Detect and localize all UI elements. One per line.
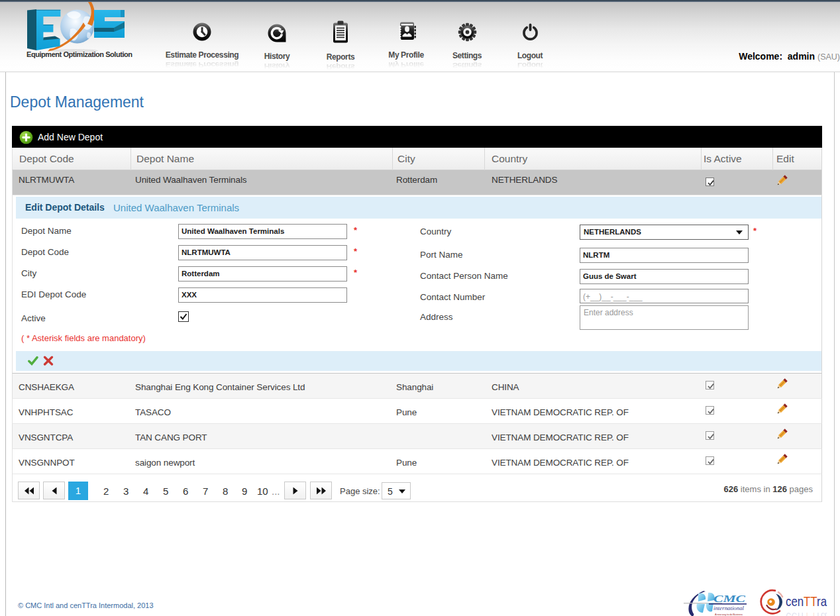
svg-text:international: international [713, 605, 744, 611]
svg-text:A new way to do Business: A new way to do Business [715, 613, 743, 616]
svg-text:CMC: CMC [713, 594, 746, 604]
svg-text:cenTTra: cenTTra [786, 610, 827, 616]
svg-text:cenTTra: cenTTra [786, 593, 827, 609]
